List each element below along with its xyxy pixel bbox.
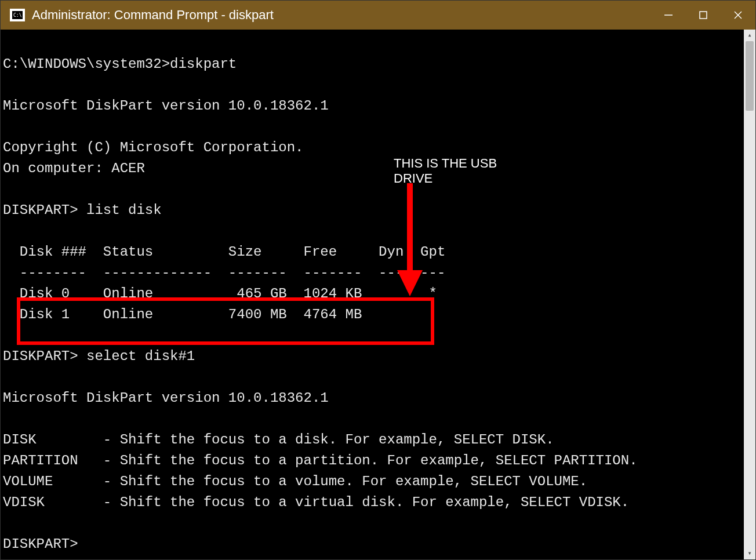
maximize-icon [698,10,708,20]
table-row: Disk 0 Online 465 GB 1024 KB * [3,286,437,301]
line-version: Microsoft DiskPart version 10.0.18362.1 [3,390,329,406]
scroll-thumb[interactable] [746,41,754,111]
svg-rect-1 [700,12,707,19]
scroll-up-icon[interactable]: ▴ [744,30,755,41]
line-prompt-diskpart: C:\WINDOWS\system32>diskpart [3,56,237,72]
titlebar[interactable]: C:\ Administrator: Command Prompt - disk… [1,1,755,30]
line-prompt: DISKPART> [3,536,78,552]
table-header: Disk ### Status Size Free Dyn Gpt [3,244,445,260]
help-line-disk: DISK - Shift the focus to a disk. For ex… [3,432,554,448]
maximize-button[interactable] [686,1,721,30]
line-list-disk: DISKPART> list disk [3,202,162,218]
help-line-vdisk: VDISK - Shift the focus to a virtual dis… [3,494,629,510]
scroll-down-icon[interactable]: ▾ [744,548,755,559]
table-row: Disk 1 Online 7400 MB 4764 MB [3,307,362,322]
help-line-volume: VOLUME - Shift the focus to a volume. Fo… [3,474,587,489]
window-title: Administrator: Command Prompt - diskpart [32,8,651,23]
command-prompt-window: C:\ Administrator: Command Prompt - disk… [0,0,756,560]
vertical-scrollbar[interactable]: ▴ ▾ [744,30,755,559]
line-computer: On computer: ACER [3,161,145,176]
minimize-icon [663,10,674,20]
minimize-button[interactable] [651,1,686,30]
help-line-partition: PARTITION - Shift the focus to a partiti… [3,453,638,468]
terminal-text: C:\WINDOWS\system32>diskpart Microsoft D… [3,54,743,555]
terminal-output: C:\WINDOWS\system32>diskpart Microsoft D… [3,33,743,559]
window-controls [651,1,755,30]
close-icon [733,10,743,20]
line-select-disk: DISKPART> select disk#1 [3,348,195,364]
line-copyright: Copyright (C) Microsoft Corporation. [3,140,303,155]
terminal-area[interactable]: C:\WINDOWS\system32>diskpart Microsoft D… [1,30,755,559]
table-divider: -------- ------------- ------- ------- -… [3,265,445,281]
cmd-icon: C:\ [10,9,25,21]
line-version: Microsoft DiskPart version 10.0.18362.1 [3,98,329,114]
